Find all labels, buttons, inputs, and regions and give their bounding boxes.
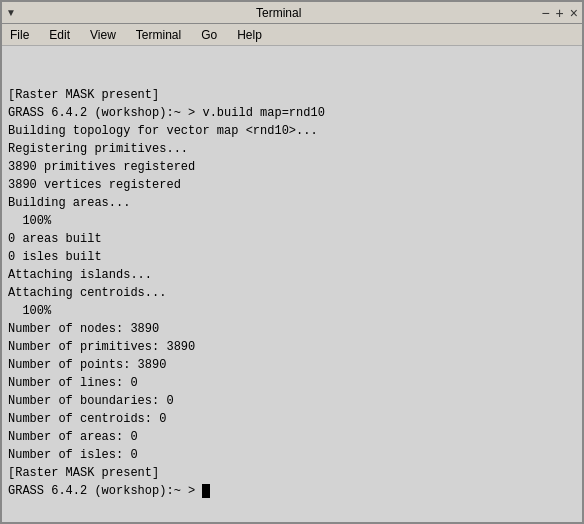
terminal-line: 3890 primitives registered <box>8 158 576 176</box>
title-bar-controls: − + × <box>541 6 578 20</box>
minimize-button[interactable]: − <box>541 6 549 20</box>
window-title: Terminal <box>256 6 301 20</box>
terminal-window: ▼ Terminal − + × FileEditViewTerminalGoH… <box>0 0 584 524</box>
title-bar: ▼ Terminal − + × <box>2 2 582 24</box>
terminal-line: Registering primitives... <box>8 140 576 158</box>
terminal-line: [Raster MASK present] <box>8 86 576 104</box>
terminal-line: 100% <box>8 212 576 230</box>
terminal-line: Attaching centroids... <box>8 284 576 302</box>
terminal-line: Number of lines: 0 <box>8 374 576 392</box>
terminal-line: Attaching islands... <box>8 266 576 284</box>
terminal-line: Number of areas: 0 <box>8 428 576 446</box>
terminal-line: 0 isles built <box>8 248 576 266</box>
terminal-line: Building topology for vector map <rnd10>… <box>8 122 576 140</box>
menu-item-terminal[interactable]: Terminal <box>132 26 185 44</box>
cursor-blink <box>202 484 210 498</box>
terminal-line: Number of isles: 0 <box>8 446 576 464</box>
terminal-line: Building areas... <box>8 194 576 212</box>
menu-item-help[interactable]: Help <box>233 26 266 44</box>
terminal-line: Number of centroids: 0 <box>8 410 576 428</box>
terminal-line: GRASS 6.4.2 (workshop):~ > <box>8 482 576 500</box>
menu-item-view[interactable]: View <box>86 26 120 44</box>
terminal-line: 100% <box>8 302 576 320</box>
maximize-button[interactable]: + <box>556 6 564 20</box>
title-bar-left: ▼ <box>6 7 16 18</box>
terminal-line: [Raster MASK present] <box>8 464 576 482</box>
terminal-line: GRASS 6.4.2 (workshop):~ > v.build map=r… <box>8 104 576 122</box>
terminal-line: Number of primitives: 3890 <box>8 338 576 356</box>
menu-item-go[interactable]: Go <box>197 26 221 44</box>
terminal-line: Number of nodes: 3890 <box>8 320 576 338</box>
terminal-line: 0 areas built <box>8 230 576 248</box>
menu-item-file[interactable]: File <box>6 26 33 44</box>
terminal-line: Number of boundaries: 0 <box>8 392 576 410</box>
terminal-line: 3890 vertices registered <box>8 176 576 194</box>
title-bar-arrow-icon[interactable]: ▼ <box>6 7 16 18</box>
terminal-line: Number of points: 3890 <box>8 356 576 374</box>
terminal-output[interactable]: [Raster MASK present]GRASS 6.4.2 (worksh… <box>2 46 582 522</box>
menu-item-edit[interactable]: Edit <box>45 26 74 44</box>
menu-bar: FileEditViewTerminalGoHelp <box>2 24 582 46</box>
close-button[interactable]: × <box>570 6 578 20</box>
